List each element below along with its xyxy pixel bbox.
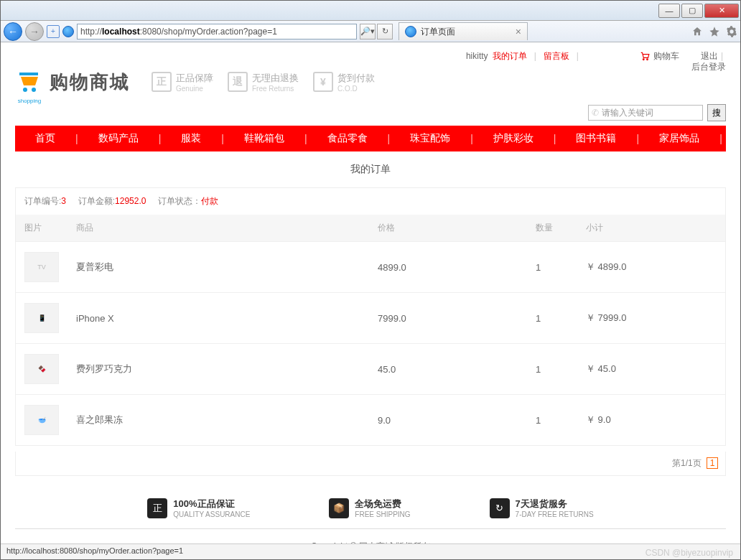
search-row: ✆ 请输入关键词 搜	[15, 104, 726, 121]
footer-badge-en: 7-DAY FREE RETURNS	[516, 510, 594, 518]
nav-item[interactable]: 鞋靴箱包	[224, 132, 304, 145]
admin-login-link[interactable]: 后台登录	[691, 61, 726, 73]
product-qty: 1	[527, 293, 577, 344]
search-button[interactable]: 搜	[707, 104, 726, 121]
browser-tab[interactable]: 订单页面 ×	[399, 22, 528, 40]
separator: |	[577, 51, 579, 61]
nav-item[interactable]: 图书书籍	[556, 132, 636, 145]
my-orders-link[interactable]: 我的订单	[493, 50, 527, 62]
product-qty: 1	[527, 344, 577, 395]
nav-item[interactable]: 食品零食	[307, 132, 388, 145]
search-input[interactable]: ✆ 请输入关键词	[588, 105, 703, 121]
svg-rect-2	[19, 73, 38, 75]
cart-icon	[639, 51, 651, 61]
order-no: 3	[61, 196, 66, 206]
footer-badge-cn: 100%正品保证	[173, 498, 250, 510]
col-image: 图片	[16, 215, 67, 242]
nav-divider: |	[75, 133, 78, 144]
url-input[interactable]: http://localhost:8080/shop/myOrder.actio…	[77, 24, 357, 39]
logo-cart-icon: shopping	[15, 68, 44, 95]
site-logo[interactable]: shopping 购物商城	[15, 68, 130, 95]
logo-title: 购物商城	[50, 70, 130, 95]
forward-button[interactable]: →	[25, 22, 44, 41]
nav-item[interactable]: 首页	[15, 132, 75, 145]
badge-icon: ¥	[313, 72, 333, 92]
product-thumb: 🥣	[24, 405, 59, 435]
nav-divider: |	[636, 133, 639, 144]
product-price: 45.0	[369, 344, 527, 395]
badge-en: Genuine	[176, 85, 213, 93]
product-qty: 1	[527, 395, 577, 446]
tab-close-icon[interactable]: ×	[516, 26, 521, 37]
refresh-button[interactable]: ↻	[377, 24, 393, 39]
logo-sub: shopping	[15, 98, 44, 104]
table-row: TV 夏普彩电 4899.0 1 ￥ 4899.0	[16, 242, 725, 293]
col-price: 价格	[369, 215, 527, 242]
main-nav: 首页|数码产品|服装|鞋靴箱包|食品零食|珠宝配饰|护肤彩妆|图书书籍|家居饰品…	[15, 126, 726, 151]
cart-link[interactable]: 购物车	[639, 50, 679, 62]
footer-badge-cn: 7天退货服务	[516, 498, 594, 510]
table-row: 🍫 费列罗巧克力 45.0 1 ￥ 45.0	[16, 344, 725, 395]
nav-item[interactable]: 护肤彩妆	[473, 132, 554, 145]
nav-item[interactable]: 数码产品	[78, 132, 159, 145]
home-icon[interactable]	[691, 26, 703, 37]
separator: |	[721, 51, 723, 61]
maximize-button[interactable]: ▢	[681, 4, 703, 18]
search-placeholder: 请输入关键词	[602, 107, 653, 119]
product-name: iPhone X	[67, 293, 369, 344]
favorites-icon[interactable]	[709, 26, 720, 37]
user-name: hikitty	[466, 51, 488, 61]
minimize-button[interactable]: —	[658, 4, 680, 18]
header-badge: 正 正品保障Genuine	[152, 72, 213, 93]
footer-badge-icon: 正	[147, 498, 167, 518]
footer-badge-cn: 全场免运费	[355, 498, 410, 510]
tools-icon[interactable]	[726, 26, 737, 37]
nav-item[interactable]: 服装	[161, 132, 221, 145]
url-prefix: http://	[80, 27, 102, 37]
product-qty: 1	[527, 242, 577, 293]
nav-divider: |	[554, 133, 556, 144]
header: shopping 购物商城 正 正品保障Genuine 退 无理由退换Free …	[15, 65, 726, 104]
nav-divider: |	[719, 133, 722, 144]
url-path: :8080/shop/myOrder.action?page=1	[140, 27, 277, 37]
product-price: 7999.0	[369, 293, 527, 344]
table-header-row: 图片 商品 价格 数量 小计	[16, 215, 725, 242]
url-host: localhost	[102, 27, 140, 37]
close-button[interactable]: ✕	[704, 4, 739, 18]
product-thumb: 🍫	[24, 354, 59, 384]
product-price: 4899.0	[369, 242, 527, 293]
product-subtotal: ￥ 45.0	[577, 344, 725, 395]
col-name: 商品	[67, 215, 369, 242]
pager-current[interactable]: 1	[707, 457, 718, 469]
address-bar: ← → + http://localhost:8080/shop/myOrder…	[1, 21, 740, 42]
badge-icon: 退	[228, 72, 248, 92]
col-qty: 数量	[527, 215, 577, 242]
back-button[interactable]: ←	[4, 22, 22, 41]
footer-badge: 正 100%正品保证QUALITY ASSURANCE	[147, 498, 250, 518]
footer-badge-icon: ↻	[490, 498, 510, 518]
product-price: 9.0	[369, 395, 527, 446]
nav-divider: |	[221, 133, 224, 144]
badge-cn: 无理由退换	[252, 72, 299, 85]
order-table: 图片 商品 价格 数量 小计 TV 夏普彩电 4899.0 1 ￥ 4899.0…	[16, 215, 725, 445]
logout-link[interactable]: 退出	[701, 50, 718, 62]
product-subtotal: ￥ 9.0	[577, 395, 725, 446]
security-shield-icon[interactable]: +	[47, 25, 60, 38]
msg-board-link[interactable]: 留言板	[544, 50, 569, 62]
header-badge: 退 无理由退换Free Returns	[228, 72, 299, 93]
footer-badge-icon: 📦	[329, 498, 349, 518]
nav-divider: |	[388, 133, 391, 144]
product-name: 夏普彩电	[67, 242, 369, 293]
order-no-label: 订单编号:	[24, 196, 61, 206]
badge-icon: 正	[152, 72, 172, 92]
nav-item[interactable]: 家居饰品	[639, 132, 719, 145]
search-dropdown-icon[interactable]: 🔎▾	[360, 24, 376, 39]
product-subtotal: ￥ 4899.0	[577, 242, 725, 293]
badge-en: C.O.D	[337, 85, 375, 93]
window-titlebar: — ▢ ✕	[1, 1, 740, 21]
svg-point-1	[647, 59, 648, 60]
order-total: 12952.0	[115, 196, 146, 206]
footer-badge: ↻ 7天退货服务7-DAY FREE RETURNS	[490, 498, 594, 518]
nav-item[interactable]: 珠宝配饰	[390, 132, 470, 145]
pager: 第1/1页 1	[15, 452, 726, 476]
